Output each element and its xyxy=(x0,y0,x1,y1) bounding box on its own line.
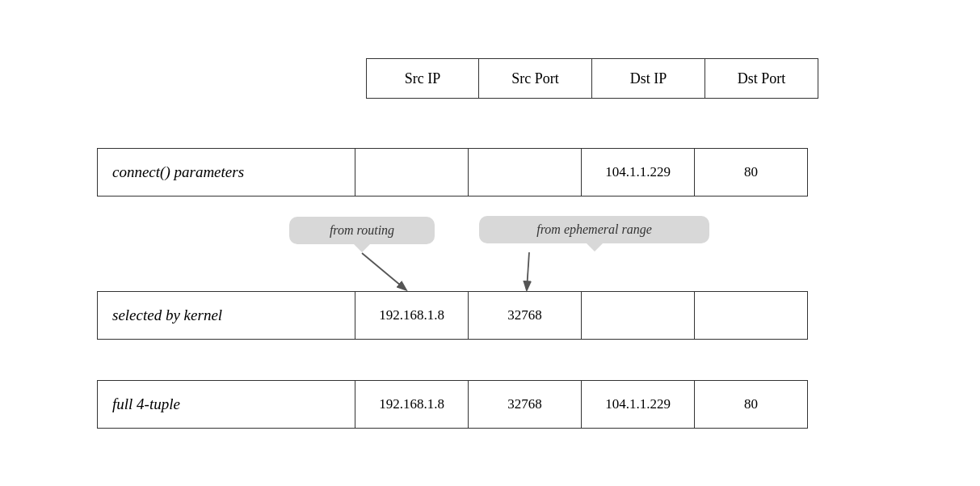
kernel-dst-ip xyxy=(582,291,695,340)
tuple-row: full 4-tuple 192.168.1.8 32768 104.1.1.2… xyxy=(97,380,808,429)
diagram-container: Src IP Src Port Dst IP Dst Port connect(… xyxy=(0,0,980,486)
kernel-src-ip: 192.168.1.8 xyxy=(355,291,469,340)
connect-dst-port: 80 xyxy=(695,148,808,197)
connect-label: connect() parameters xyxy=(97,148,355,197)
tuple-dst-port: 80 xyxy=(695,380,808,429)
connect-row: connect() parameters 104.1.1.229 80 xyxy=(97,148,808,197)
header-dst-port: Dst Port xyxy=(705,58,818,99)
header-row: Src IP Src Port Dst IP Dst Port xyxy=(366,58,818,99)
header-src-ip: Src IP xyxy=(366,58,479,99)
tuple-src-port: 32768 xyxy=(469,380,582,429)
header-src-port: Src Port xyxy=(479,58,592,99)
connect-src-port xyxy=(469,148,582,197)
kernel-src-port: 32768 xyxy=(469,291,582,340)
kernel-label: selected by kernel xyxy=(97,291,355,340)
connect-dst-ip: 104.1.1.229 xyxy=(582,148,695,197)
header-dst-ip: Dst IP xyxy=(592,58,705,99)
callout-routing: from routing xyxy=(289,217,435,244)
tuple-label: full 4-tuple xyxy=(97,380,355,429)
kernel-dst-port xyxy=(695,291,808,340)
tuple-src-ip: 192.168.1.8 xyxy=(355,380,469,429)
kernel-row: selected by kernel 192.168.1.8 32768 xyxy=(97,291,808,340)
tuple-dst-ip: 104.1.1.229 xyxy=(582,380,695,429)
connect-src-ip xyxy=(355,148,469,197)
svg-line-2 xyxy=(527,252,529,289)
callout-ephemeral: from ephemeral range xyxy=(479,216,709,243)
